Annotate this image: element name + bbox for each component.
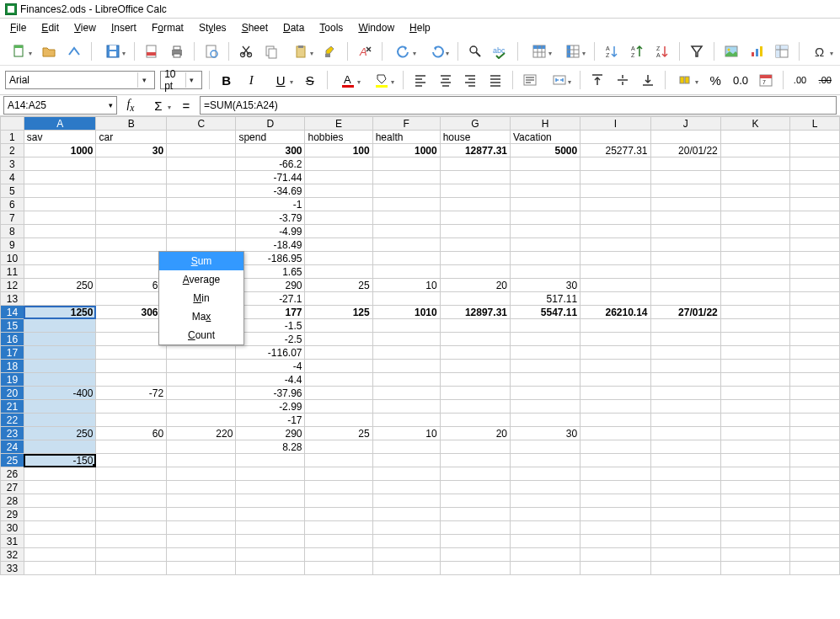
cell-G4[interactable]	[440, 171, 510, 184]
cell-B1[interactable]: car	[96, 131, 167, 144]
cell-H22[interactable]	[510, 414, 580, 427]
cell-F28[interactable]	[372, 494, 440, 508]
cell-F1[interactable]: health	[372, 131, 440, 144]
cell-E29[interactable]	[305, 508, 372, 521]
cell-H4[interactable]	[510, 171, 580, 184]
cell-A30[interactable]	[24, 521, 96, 535]
cell-H9[interactable]	[510, 238, 580, 252]
cell-J33[interactable]	[650, 562, 720, 575]
clone-formatting-button[interactable]	[320, 41, 340, 61]
row-header-20[interactable]: 20	[1, 387, 24, 400]
cell-A25[interactable]: -150	[24, 454, 96, 467]
cell-C3[interactable]	[167, 157, 236, 171]
cell-H8[interactable]	[510, 225, 580, 238]
cell-L14[interactable]	[790, 306, 840, 319]
cell-A16[interactable]	[24, 333, 96, 346]
cell-L33[interactable]	[790, 562, 840, 575]
cell-E12[interactable]: 25	[305, 279, 372, 292]
align-center-button[interactable]	[436, 70, 456, 90]
row-header-25[interactable]: 25	[1, 454, 24, 467]
row-header-5[interactable]: 5	[1, 184, 24, 198]
cell-E11[interactable]	[305, 265, 372, 279]
row-header-27[interactable]: 27	[1, 481, 24, 494]
cell-K12[interactable]	[720, 279, 789, 292]
row-header-15[interactable]: 15	[1, 319, 24, 333]
cell-D30[interactable]	[236, 521, 305, 535]
cell-K11[interactable]	[720, 265, 789, 279]
cell-L12[interactable]	[790, 279, 840, 292]
cell-E32[interactable]	[305, 548, 372, 562]
underline-button[interactable]: U▾	[266, 70, 295, 90]
percent-button[interactable]: %	[705, 70, 725, 90]
column-header-B[interactable]: B	[96, 117, 167, 131]
cell-D15[interactable]: -1.5	[236, 319, 305, 333]
cell-J10[interactable]	[650, 252, 720, 265]
cell-K16[interactable]	[720, 333, 789, 346]
cell-K21[interactable]	[720, 400, 789, 414]
cell-E2[interactable]: 100	[305, 144, 372, 157]
cell-I21[interactable]	[581, 400, 650, 414]
cell-H29[interactable]	[510, 508, 580, 521]
cell-K25[interactable]	[720, 454, 789, 467]
row-header-1[interactable]: 1	[1, 131, 24, 144]
cell-J12[interactable]	[650, 279, 720, 292]
cell-E21[interactable]	[305, 400, 372, 414]
row-header-22[interactable]: 22	[1, 414, 24, 427]
cell-F6[interactable]	[372, 198, 440, 211]
cell-C32[interactable]	[167, 548, 236, 562]
cell-H32[interactable]	[510, 548, 580, 562]
cell-L3[interactable]	[790, 157, 840, 171]
cell-B2[interactable]: 30	[96, 144, 167, 157]
cell-I12[interactable]	[581, 279, 650, 292]
cell-A2[interactable]: 1000	[24, 144, 96, 157]
cell-E13[interactable]	[305, 292, 372, 306]
cell-G18[interactable]	[440, 360, 510, 373]
cell-I13[interactable]	[581, 292, 650, 306]
cell-J5[interactable]	[650, 184, 720, 198]
align-left-button[interactable]	[410, 70, 431, 90]
cell-H20[interactable]	[510, 387, 580, 400]
cell-E30[interactable]	[305, 521, 372, 535]
cell-E24[interactable]	[305, 440, 372, 454]
cell-K3[interactable]	[720, 157, 789, 171]
cell-G13[interactable]	[440, 292, 510, 306]
cell-C31[interactable]	[167, 535, 236, 548]
cell-G14[interactable]: 12897.31	[440, 306, 510, 319]
cell-C24[interactable]	[167, 440, 236, 454]
cell-F21[interactable]	[372, 400, 440, 414]
cell-F3[interactable]	[372, 157, 440, 171]
menu-data[interactable]: Data	[276, 20, 311, 35]
cell-L16[interactable]	[790, 333, 840, 346]
formula-input[interactable]: =SUM(A15:A24)	[200, 96, 837, 115]
cell-D23[interactable]: 290	[236, 427, 305, 440]
cell-I18[interactable]	[581, 360, 650, 373]
column-button[interactable]: ▾	[559, 41, 587, 61]
cell-F26[interactable]	[372, 467, 440, 481]
cell-E15[interactable]	[305, 319, 372, 333]
cell-H2[interactable]: 5000	[510, 144, 580, 157]
cell-J31[interactable]	[650, 535, 720, 548]
autosum-button[interactable]: Σ▾	[144, 95, 173, 115]
cell-E6[interactable]	[305, 198, 372, 211]
insert-special-button[interactable]: Ω▾	[806, 41, 835, 61]
cell-J25[interactable]	[650, 454, 720, 467]
cell-K28[interactable]	[720, 494, 789, 508]
insert-image-button[interactable]	[721, 41, 741, 61]
row-header-12[interactable]: 12	[1, 279, 24, 292]
cell-D24[interactable]: 8.28	[236, 440, 305, 454]
cell-H28[interactable]	[510, 494, 580, 508]
cell-B25[interactable]	[96, 454, 167, 467]
cell-K5[interactable]	[720, 184, 789, 198]
cell-F32[interactable]	[372, 548, 440, 562]
column-header-D[interactable]: D	[236, 117, 305, 131]
open-remote-button[interactable]	[64, 41, 84, 61]
menu-sheet[interactable]: Sheet	[235, 20, 275, 35]
cell-H26[interactable]	[510, 467, 580, 481]
cell-D26[interactable]	[236, 467, 305, 481]
cell-K17[interactable]	[720, 346, 789, 360]
cell-D4[interactable]: -71.44	[236, 171, 305, 184]
cell-J7[interactable]	[650, 211, 720, 225]
cell-F29[interactable]	[372, 508, 440, 521]
cell-H16[interactable]	[510, 333, 580, 346]
cell-A15[interactable]	[24, 319, 96, 333]
